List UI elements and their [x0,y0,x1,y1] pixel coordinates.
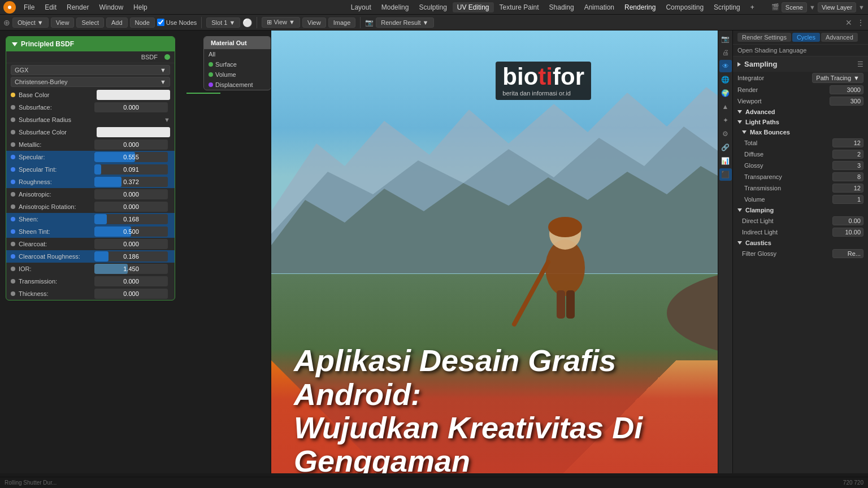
overlay-line1: Aplikasi Desain Grafis Android: [294,344,710,411]
view-layer-selector[interactable]: View Layer [818,2,856,12]
advanced-tab[interactable]: Advanced [821,33,858,42]
metallic-bar[interactable]: 0.000 [94,140,168,150]
ior-bar[interactable]: 1.450 [94,264,168,274]
anisotropic-rotation-bar[interactable]: 0.000 [94,202,168,212]
menu-render[interactable]: Render [62,2,93,12]
glossy-input[interactable]: 3 [832,161,863,170]
ws-compositing[interactable]: Compositing [661,2,708,12]
transparency-input[interactable]: 8 [832,172,863,181]
view-dropdown-btn[interactable]: ⊞ View ▼ [262,17,300,28]
light-paths-subsection[interactable]: Light Paths [733,117,868,127]
volume-input[interactable]: 1 [832,195,863,204]
ws-scripting[interactable]: Scripting [709,2,745,12]
specular-bar[interactable]: 0.555 [94,152,168,162]
view-btn[interactable]: View [51,18,75,28]
specular-tint-bar[interactable]: 0.091 [94,164,168,175]
caustics-subsection[interactable]: Caustics [733,238,868,248]
subsurface-dot [11,105,15,110]
more-options-icon[interactable]: ⋮ [857,18,865,27]
render-result-btn[interactable]: Render Result ▼ [376,18,433,28]
roughness-bar[interactable]: 0.372 [94,177,168,187]
max-bounces-subsection[interactable]: Max Bounces [733,127,868,137]
use-nodes-checkbox[interactable] [157,19,164,26]
integrator-dropdown[interactable]: Path Tracing ▼ [812,73,863,83]
transmission-bar[interactable]: 0.000 [94,276,168,286]
sidebar-physics-icon[interactable]: ⚙ [719,128,732,140]
ws-rendering[interactable]: Rendering [620,2,660,12]
sidebar-scene-icon[interactable]: 🌐 [719,73,732,86]
biotifor-bio: bio [502,65,538,89]
caustics-label: Caustics [745,239,771,246]
select-btn[interactable]: Select [76,18,104,28]
transmission-mb-label: Transmission [744,185,830,191]
specular-dot [11,155,15,159]
base-color-swatch[interactable] [97,90,170,100]
right-properties-panel: Render Settings Cycles Advanced Open Sha… [732,30,868,473]
advanced-subsection[interactable]: Advanced [733,107,868,117]
clearcoat-roughness-bar[interactable]: 0.186 [94,251,168,262]
thickness-bar[interactable]: 0.000 [94,289,168,299]
sidebar-data-icon[interactable]: 📊 [719,155,732,167]
add-btn[interactable]: Add [106,18,128,28]
sidebar-view-icon[interactable]: 👁 [719,60,732,72]
ws-add[interactable]: + [746,2,759,12]
total-input[interactable]: 12 [832,138,863,147]
clamping-subsection[interactable]: Clamping [733,205,868,215]
render-settings-tab[interactable]: Render Settings [737,33,791,42]
sheen-bar[interactable]: 0.168 [94,214,168,224]
menu-file[interactable]: File [19,2,39,12]
mo-displacement-row: Displacement [204,80,271,90]
direct-light-label: Direct Light [742,217,830,224]
distribution-dropdown[interactable]: GGX ▼ [11,65,170,75]
ws-sculpting[interactable]: Sculpting [414,2,451,12]
direct-light-input[interactable]: 0.00 [832,216,863,225]
sampling-menu-icon[interactable]: ☰ [857,60,863,68]
node-btn[interactable]: Node [130,18,155,28]
anisotropic-bar[interactable]: 0.000 [94,189,168,199]
sheen-dot [11,217,15,221]
sidebar-world-icon[interactable]: 🌍 [719,87,732,99]
menu-help[interactable]: Help [129,2,152,12]
sidebar-material-icon[interactable]: ⬛ [719,168,732,181]
object-mode-btn[interactable]: Object ▼ [12,18,49,28]
ws-uv-editing[interactable]: UV Editing [453,2,494,12]
ws-layout[interactable]: Layout [346,2,376,12]
anisotropic-rotation-dot [11,204,15,209]
integrator-label: Integrator [737,75,810,81]
view2-btn[interactable]: View [302,18,326,28]
cycles-tab[interactable]: Cycles [792,33,820,42]
subsurface-color-swatch[interactable] [97,127,170,137]
sidebar-output-icon[interactable]: 🖨 [719,46,732,59]
ws-animation[interactable]: Animation [580,2,619,12]
diffuse-input[interactable]: 2 [832,150,863,159]
viewport-samples-input[interactable]: 300 [830,97,863,106]
sidebar-object-icon[interactable]: ▲ [719,101,732,113]
subsurface-bar[interactable]: 0.000 [94,102,168,112]
transmission-dot [11,279,15,284]
sidebar-render-icon[interactable]: 📷 [719,33,732,45]
menu-edit[interactable]: Edit [40,2,61,12]
sheen-tint-bar[interactable]: 0.500 [94,226,168,237]
close-icon[interactable]: ✕ [845,18,852,27]
subsurface-dropdown[interactable]: Christensen-Burley ▼ [11,77,170,87]
scene-selector[interactable]: Scene [782,2,807,12]
ws-modeling[interactable]: Modeling [377,2,414,12]
subsurface-row: Subsurface: 0.000 [6,101,175,114]
sampling-caret[interactable] [737,62,741,67]
ws-shading[interactable]: Shading [545,2,579,12]
slot-btn[interactable]: Slot 1 ▼ [206,18,240,28]
render-samples-input[interactable]: 3000 [830,85,863,94]
menu-window[interactable]: Window [94,2,128,12]
image-btn[interactable]: Image [328,18,356,28]
roughness-dot [11,180,15,184]
sidebar-constraints-icon[interactable]: 🔗 [719,141,732,154]
filter-glossy-input[interactable]: Re... [832,249,863,258]
sidebar-particles-icon[interactable]: ✦ [719,114,732,127]
bsdf-node: Principled BSDF BSDF GGX ▼ Christensen-B… [6,36,175,300]
diffuse-label: Diffuse [744,151,830,158]
collapse-icon[interactable] [12,42,18,46]
indirect-light-input[interactable]: 10.00 [832,228,863,237]
transmission-input[interactable]: 12 [832,184,863,193]
ws-texture-paint[interactable]: Texture Paint [495,2,544,12]
clearcoat-bar[interactable]: 0.000 [94,239,168,249]
